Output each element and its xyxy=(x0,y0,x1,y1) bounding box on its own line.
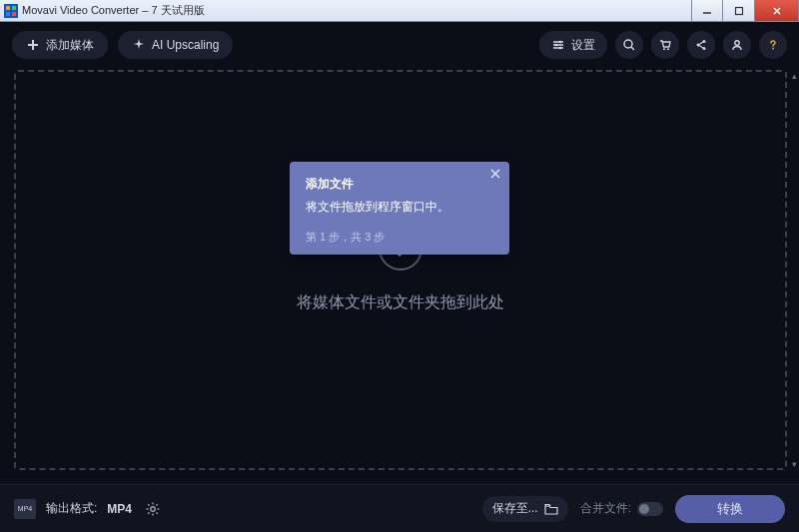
toolbar: 添加媒体 AI Upscaling 设置 xyxy=(0,22,799,68)
svg-point-26 xyxy=(772,48,774,50)
merge-files-toggle[interactable] xyxy=(637,502,663,516)
folder-icon xyxy=(544,503,558,515)
svg-line-23 xyxy=(699,42,703,44)
vertical-scrollbar[interactable]: ▴ ▾ xyxy=(789,70,799,470)
tooltip-body: 将文件拖放到程序窗口中。 xyxy=(306,199,493,216)
help-icon xyxy=(766,38,780,52)
format-badge: MP4 xyxy=(14,499,36,519)
person-icon xyxy=(730,38,744,52)
svg-rect-5 xyxy=(735,7,742,14)
output-format-value[interactable]: MP4 xyxy=(107,502,132,516)
svg-rect-0 xyxy=(6,6,10,10)
window-close-button[interactable] xyxy=(755,0,799,21)
drop-zone[interactable]: 将媒体文件或文件夹拖到此处 xyxy=(14,70,787,470)
format-settings-button[interactable] xyxy=(142,498,164,520)
convert-label: 转换 xyxy=(717,500,743,518)
convert-button[interactable]: 转换 xyxy=(675,495,785,523)
svg-point-31 xyxy=(151,506,155,510)
app-icon xyxy=(4,4,18,18)
add-media-button[interactable]: 添加媒体 xyxy=(12,31,108,59)
svg-line-36 xyxy=(148,504,149,505)
settings-label: 设置 xyxy=(571,37,595,54)
window-controls xyxy=(691,0,799,21)
drop-zone-instruction: 将媒体文件或文件夹拖到此处 xyxy=(297,292,504,313)
tooltip-step: 第 1 步，共 3 步 xyxy=(306,230,493,245)
search-icon xyxy=(622,38,636,52)
window-minimize-button[interactable] xyxy=(691,0,723,21)
svg-line-37 xyxy=(156,512,157,513)
svg-line-38 xyxy=(156,504,157,505)
save-to-button[interactable]: 保存至... xyxy=(482,496,568,522)
save-to-label: 保存至... xyxy=(492,500,538,517)
merge-files-control: 合并文件: xyxy=(580,500,663,517)
svg-point-18 xyxy=(663,48,665,50)
scroll-up-icon: ▴ xyxy=(789,70,799,82)
ai-upscaling-button[interactable]: AI Upscaling xyxy=(118,31,233,59)
help-button[interactable] xyxy=(759,31,787,59)
scroll-down-icon: ▾ xyxy=(789,458,799,470)
svg-point-15 xyxy=(559,47,562,50)
search-button[interactable] xyxy=(615,31,643,59)
svg-point-13 xyxy=(559,41,562,44)
account-button[interactable] xyxy=(723,31,751,59)
settings-lines-icon xyxy=(551,38,565,52)
svg-rect-1 xyxy=(12,6,16,10)
tooltip-close-button[interactable] xyxy=(489,168,501,180)
window-maximize-button[interactable] xyxy=(723,0,755,21)
onboarding-tooltip: 添加文件 将文件拖放到程序窗口中。 第 1 步，共 3 步 xyxy=(290,162,509,255)
svg-rect-3 xyxy=(12,12,16,16)
merge-files-label: 合并文件: xyxy=(580,500,631,517)
sparkle-icon xyxy=(132,38,146,52)
svg-line-24 xyxy=(699,46,703,48)
share-button[interactable] xyxy=(687,31,715,59)
svg-point-14 xyxy=(555,44,558,47)
svg-line-39 xyxy=(148,512,149,513)
share-icon xyxy=(694,38,708,52)
close-icon xyxy=(489,168,501,180)
gear-icon xyxy=(145,501,161,517)
cart-button[interactable] xyxy=(651,31,679,59)
svg-point-25 xyxy=(735,41,739,45)
settings-button[interactable]: 设置 xyxy=(539,31,607,59)
plus-icon xyxy=(26,38,40,52)
svg-rect-2 xyxy=(6,12,10,16)
svg-line-17 xyxy=(631,47,634,50)
bottom-bar: MP4 输出格式: MP4 保存至... 合并文件: 转换 xyxy=(0,484,799,532)
cart-icon xyxy=(658,38,672,52)
window-title: Movavi Video Converter – 7 天试用版 xyxy=(22,3,205,18)
svg-point-19 xyxy=(667,48,669,50)
output-format-label: 输出格式: xyxy=(46,500,97,517)
svg-point-16 xyxy=(624,40,632,48)
add-media-label: 添加媒体 xyxy=(46,37,94,54)
ai-upscaling-label: AI Upscaling xyxy=(152,38,219,52)
tooltip-title: 添加文件 xyxy=(306,176,493,193)
window-titlebar: Movavi Video Converter – 7 天试用版 xyxy=(0,0,799,22)
